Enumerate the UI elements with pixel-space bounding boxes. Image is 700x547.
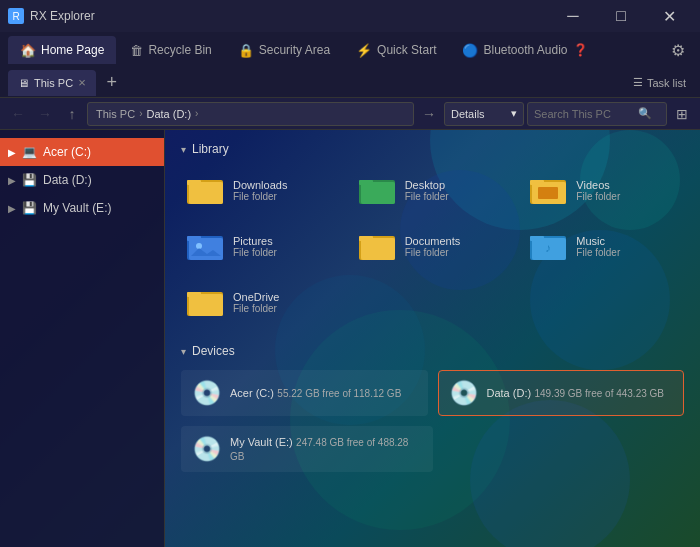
address-chevron-2: › (195, 108, 198, 119)
svg-text:♪: ♪ (545, 241, 551, 255)
maximize-button[interactable]: □ (598, 0, 644, 32)
address-part-1: This PC (96, 108, 135, 120)
library-section-label: Library (192, 142, 229, 156)
tab-security[interactable]: 🔒 Security Area (226, 36, 342, 64)
device-space-data: 149.39 GB free of 443.23 GB (534, 388, 664, 399)
device-info-data: Data (D:) 149.39 GB free of 443.23 GB (487, 386, 674, 400)
file-tab-thispc[interactable]: 🖥 This PC × (8, 70, 96, 96)
new-tab-button[interactable]: + (100, 71, 124, 95)
sidebar: ▶ 💻 Acer (C:) ▶ 💾 Data (D:) ▶ 💾 My Vault… (0, 130, 165, 547)
devices-section: ▾ Devices 💿 Acer (C:) 55.22 GB free of 1… (181, 344, 684, 472)
search-input[interactable] (534, 108, 634, 120)
search-icon: 🔍 (638, 107, 652, 120)
folder-icon-downloads (185, 172, 225, 208)
folder-icon-pictures (185, 228, 225, 264)
device-name-vault: My Vault (E:) (230, 436, 293, 448)
task-list-button[interactable]: ☰ Task list (627, 74, 692, 91)
svg-rect-19 (189, 238, 223, 260)
tab-recycle[interactable]: 🗑 Recycle Bin (118, 36, 223, 64)
back-button[interactable]: ← (6, 102, 30, 126)
sidebar-item-vault[interactable]: ▶ 💾 My Vault (E:) (0, 194, 164, 222)
folder-type-onedrive: File folder (233, 303, 279, 314)
folder-item-music[interactable]: ♪ Music File folder (524, 224, 684, 268)
address-chevron-1: › (139, 108, 142, 119)
device-name-acer: Acer (C:) (230, 387, 274, 399)
device-item-data[interactable]: 💿 Data (D:) 149.39 GB free of 443.23 GB (438, 370, 685, 416)
folder-item-downloads[interactable]: Downloads File folder (181, 168, 341, 212)
device-info-acer: Acer (C:) 55.22 GB free of 118.12 GB (230, 386, 417, 400)
folder-item-videos[interactable]: Videos File folder (524, 168, 684, 212)
tab-bluetooth[interactable]: 🔵 Bluetooth Audio ❓ (450, 36, 599, 64)
folder-type-videos: File folder (576, 191, 620, 202)
folder-item-documents[interactable]: Documents File folder (353, 224, 513, 268)
folder-type-desktop: File folder (405, 191, 449, 202)
svg-rect-9 (189, 182, 223, 204)
app-icon: R (8, 8, 24, 24)
address-part-2: Data (D:) (146, 108, 191, 120)
address-bar[interactable]: This PC › Data (D:) › (87, 102, 414, 126)
device-name-data: Data (D:) (487, 387, 532, 399)
settings-button[interactable]: ⚙ (664, 36, 692, 64)
folder-icon-videos (528, 172, 568, 208)
device-space-acer: 55.22 GB free of 118.12 GB (277, 388, 401, 399)
folder-icon-desktop (357, 172, 397, 208)
sidebar-item-data[interactable]: ▶ 💾 Data (D:) (0, 166, 164, 194)
devices-section-header[interactable]: ▾ Devices (181, 344, 684, 358)
bluetooth-icon: 🔵 (462, 43, 478, 58)
svg-rect-30 (189, 294, 223, 316)
folder-item-onedrive[interactable]: OneDrive File folder (181, 280, 341, 324)
details-dropdown[interactable]: Details ▾ (444, 102, 524, 126)
up-button[interactable]: ↑ (60, 102, 84, 126)
details-chevron-icon: ▾ (511, 107, 517, 120)
address-go-button[interactable]: → (417, 102, 441, 126)
title-bar: R RX Explorer ─ □ ✕ (0, 0, 700, 32)
library-section-header[interactable]: ▾ Library (181, 142, 684, 156)
folder-type-downloads: File folder (233, 191, 287, 202)
app-title: RX Explorer (30, 9, 95, 23)
folder-name-downloads: Downloads (233, 179, 287, 191)
folder-name-onedrive: OneDrive (233, 291, 279, 303)
device-item-acer[interactable]: 💿 Acer (C:) 55.22 GB free of 118.12 GB (181, 370, 428, 416)
details-label: Details (451, 108, 485, 120)
sidebar-label-acer: Acer (C:) (43, 145, 91, 159)
folder-info-music: Music File folder (576, 235, 620, 258)
folder-name-videos: Videos (576, 179, 620, 191)
folder-name-documents: Documents (405, 235, 461, 247)
tab-recycle-label: Recycle Bin (148, 43, 211, 57)
hdd-icon-acer: 💿 (192, 379, 222, 407)
title-bar-left: R RX Explorer (8, 8, 95, 24)
tab-quickstart[interactable]: ⚡ Quick Start (344, 36, 448, 64)
svg-rect-12 (361, 182, 395, 204)
tab-bluetooth-label: Bluetooth Audio (483, 43, 567, 57)
tab-quickstart-label: Quick Start (377, 43, 436, 57)
window-controls: ─ □ ✕ (550, 0, 692, 32)
tab-home[interactable]: 🏠 Home Page (8, 36, 116, 64)
tab-home-label: Home Page (41, 43, 104, 57)
drive-icon-vault: 💾 (22, 201, 37, 215)
expand-arrow-acer: ▶ (8, 147, 16, 158)
content-panel: ▾ Library Downloads File folder (165, 130, 700, 547)
forward-button[interactable]: → (33, 102, 57, 126)
security-icon: 🔒 (238, 43, 254, 58)
sidebar-item-acer[interactable]: ▶ 💻 Acer (C:) (0, 138, 164, 166)
close-button[interactable]: ✕ (646, 0, 692, 32)
folder-type-music: File folder (576, 247, 620, 258)
task-list-icon: ☰ (633, 76, 643, 89)
folder-item-pictures[interactable]: Pictures File folder (181, 224, 341, 268)
help-icon: ❓ (573, 43, 588, 57)
minimize-button[interactable]: ─ (550, 0, 596, 32)
svg-rect-23 (361, 238, 395, 260)
file-tab-close[interactable]: × (78, 75, 86, 90)
device-item-vault[interactable]: 💿 My Vault (E:) 247.48 GB free of 488.28… (181, 426, 433, 472)
view-toggle-button[interactable]: ⊞ (670, 102, 694, 126)
folder-item-desktop[interactable]: Desktop File folder (353, 168, 513, 212)
search-box[interactable]: 🔍 (527, 102, 667, 126)
file-tab-bar: 🖥 This PC × + ☰ Task list (0, 68, 700, 98)
svg-rect-16 (538, 187, 558, 199)
home-icon: 🏠 (20, 43, 36, 58)
folder-name-pictures: Pictures (233, 235, 277, 247)
drive-icon-acer: 💻 (22, 145, 37, 159)
file-tab-label: This PC (34, 77, 73, 89)
folder-icon-documents (357, 228, 397, 264)
folder-name-desktop: Desktop (405, 179, 449, 191)
